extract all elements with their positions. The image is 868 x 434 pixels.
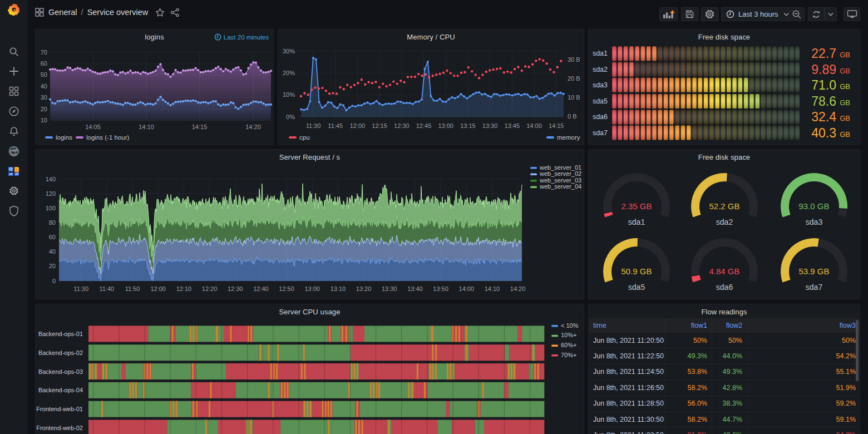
svg-text:web_server_02: web_server_02: [539, 170, 581, 177]
svg-text:70%+: 70%+: [561, 352, 576, 358]
svg-text:78.6: 78.6: [811, 94, 836, 108]
svg-text:sda6: sda6: [593, 113, 608, 121]
svg-text:Backend-ops-01: Backend-ops-01: [38, 331, 83, 337]
svg-text:sda6: sda6: [716, 283, 733, 292]
svg-text:60: 60: [41, 60, 47, 67]
svg-text:11:30: 11:30: [73, 285, 88, 292]
svg-text:30%: 30%: [283, 48, 295, 55]
svg-text:11:30: 11:30: [306, 122, 321, 129]
svg-text:50.9 GB: 50.9 GB: [621, 267, 652, 276]
svg-text:11:45: 11:45: [328, 122, 343, 129]
svg-text:40: 40: [41, 83, 47, 90]
svg-text:12:20: 12:20: [202, 285, 218, 292]
svg-text:14:10: 14:10: [139, 124, 154, 130]
svg-text:14:15: 14:15: [192, 124, 208, 130]
svg-text:GB: GB: [840, 98, 850, 107]
svg-text:12:15: 12:15: [372, 122, 387, 129]
svg-text:52.2 GB: 52.2 GB: [709, 201, 739, 211]
svg-text:web_server_03: web_server_03: [539, 177, 581, 184]
svg-text:60: 60: [49, 234, 56, 240]
svg-text:11:40: 11:40: [100, 285, 115, 292]
svg-text:logins: logins: [56, 134, 72, 141]
svg-text:12:50: 12:50: [279, 285, 294, 292]
svg-text:10: 10: [41, 117, 47, 124]
svg-text:9.89: 9.89: [811, 62, 836, 77]
svg-text:14:05: 14:05: [85, 124, 101, 130]
svg-text:cpu: cpu: [299, 134, 310, 141]
svg-text:40: 40: [49, 248, 56, 255]
svg-text:53.9 GB: 53.9 GB: [798, 267, 829, 276]
svg-text:30 B: 30 B: [568, 56, 580, 63]
svg-text:0%: 0%: [286, 114, 295, 120]
svg-text:10 B: 10 B: [568, 94, 580, 101]
svg-text:12:00: 12:00: [150, 285, 166, 292]
svg-text:70: 70: [41, 49, 47, 56]
svg-text:14:00: 14:00: [459, 285, 475, 292]
svg-text:11:50: 11:50: [125, 285, 140, 292]
svg-text:sda5: sda5: [593, 97, 608, 105]
svg-text:13:20: 13:20: [356, 285, 372, 292]
svg-text:Backend-ops-04: Backend-ops-04: [38, 387, 83, 393]
svg-text:10%+: 10%+: [561, 332, 576, 338]
svg-text:32.4: 32.4: [811, 110, 836, 124]
svg-text:< 10%: < 10%: [561, 322, 579, 329]
svg-text:93.0 GB: 93.0 GB: [798, 201, 829, 211]
svg-text:100: 100: [46, 205, 56, 211]
svg-text:20: 20: [41, 106, 47, 112]
svg-text:22.7: 22.7: [811, 46, 836, 61]
svg-text:80: 80: [49, 219, 56, 226]
svg-text:GB: GB: [840, 67, 850, 75]
svg-text:14:20: 14:20: [510, 285, 526, 292]
svg-text:12:10: 12:10: [176, 285, 192, 292]
svg-text:20 B: 20 B: [568, 75, 580, 82]
svg-text:sda7: sda7: [806, 283, 823, 292]
svg-text:120: 120: [46, 190, 56, 197]
svg-text:Frontend-web-02: Frontend-web-02: [36, 425, 83, 431]
svg-text:12:30: 12:30: [394, 122, 410, 129]
svg-text:13:10: 13:10: [331, 285, 346, 292]
svg-text:Frontend-web-01: Frontend-web-01: [36, 406, 83, 412]
svg-text:4.84 GB: 4.84 GB: [709, 267, 739, 276]
svg-text:30: 30: [41, 94, 47, 101]
svg-text:0: 0: [52, 278, 56, 284]
svg-text:40.3: 40.3: [811, 126, 836, 140]
svg-text:14:20: 14:20: [245, 124, 261, 130]
svg-text:13:40: 13:40: [407, 285, 423, 292]
svg-text:14:15: 14:15: [549, 122, 564, 129]
svg-text:GB: GB: [840, 82, 850, 91]
svg-text:Backend-ops-02: Backend-ops-02: [38, 349, 83, 356]
svg-text:13:30: 13:30: [382, 285, 397, 292]
svg-text:web_server_04: web_server_04: [539, 183, 581, 190]
svg-text:13:50: 13:50: [433, 285, 448, 292]
svg-text:GB: GB: [840, 51, 850, 59]
svg-text:sda1: sda1: [593, 50, 608, 57]
svg-text:13:00: 13:00: [438, 122, 453, 129]
svg-text:20: 20: [49, 263, 56, 269]
svg-text:12:40: 12:40: [253, 285, 269, 292]
svg-text:0 B: 0 B: [568, 113, 577, 120]
svg-text:50: 50: [41, 71, 47, 78]
svg-text:20%: 20%: [283, 70, 295, 76]
svg-text:Backend-ops-03: Backend-ops-03: [38, 368, 83, 375]
svg-text:12:00: 12:00: [350, 122, 366, 129]
svg-text:13:15: 13:15: [460, 122, 476, 129]
svg-text:140: 140: [46, 176, 56, 183]
svg-text:71.0: 71.0: [811, 78, 836, 92]
svg-text:13:45: 13:45: [505, 122, 520, 129]
svg-text:13:30: 13:30: [482, 122, 498, 129]
svg-text:GB: GB: [840, 114, 850, 122]
svg-text:14:10: 14:10: [485, 285, 500, 292]
svg-text:12:30: 12:30: [228, 285, 243, 292]
svg-text:logins (-1 hour): logins (-1 hour): [86, 134, 130, 141]
svg-text:10%: 10%: [283, 91, 295, 98]
svg-text:60%+: 60%+: [561, 342, 576, 348]
svg-text:12:45: 12:45: [416, 122, 432, 129]
svg-text:sda1: sda1: [628, 218, 645, 226]
svg-text:14:00: 14:00: [526, 122, 542, 129]
svg-text:sda3: sda3: [593, 81, 608, 89]
svg-text:web_server_01: web_server_01: [539, 164, 581, 171]
svg-text:memory: memory: [557, 134, 580, 141]
svg-text:sda2: sda2: [716, 218, 733, 226]
svg-text:13:00: 13:00: [304, 285, 320, 292]
svg-text:sda7: sda7: [593, 129, 608, 137]
